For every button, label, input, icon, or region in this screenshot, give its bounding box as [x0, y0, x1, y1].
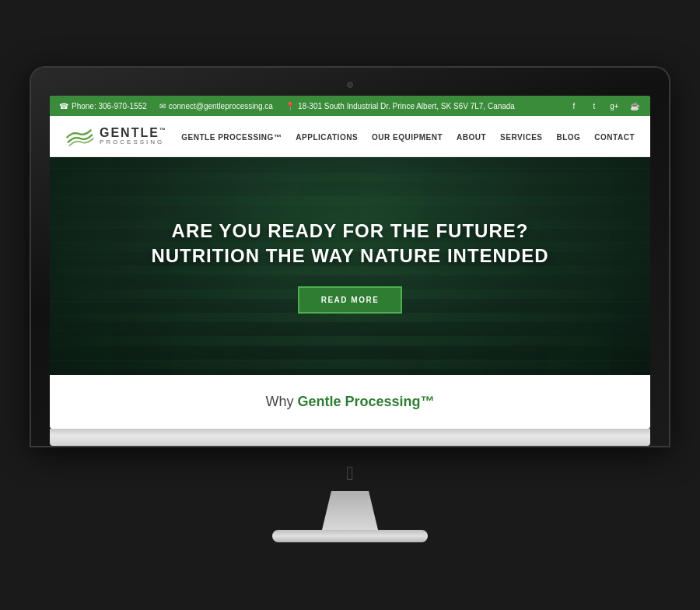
imac-chin: [50, 429, 650, 446]
imac-monitor: ☎ Phone: 306-970-1552 ✉ connect@gentlepr…: [31, 68, 669, 542]
logo: GENTLE™ PROCESSING: [65, 125, 167, 147]
logo-waves-icon: [65, 125, 95, 147]
nav-item-services[interactable]: SERVICES: [500, 129, 542, 143]
hero-line2: NUTRITION THE WAY NATURE INTENDED: [151, 244, 548, 268]
logo-sub: PROCESSING: [100, 139, 167, 145]
address-text: 18-301 South Industrial Dr. Prince Alber…: [298, 102, 515, 110]
read-more-button[interactable]: READ MORE: [298, 286, 403, 314]
screen-bezel: ☎ Phone: 306-970-1552 ✉ connect@gentlepr…: [31, 68, 669, 446]
nav-item-equipment[interactable]: OUR EQUIPMENT: [372, 129, 443, 143]
hero-section: ARE YOU READY FOR THE FUTURE? NUTRITION …: [50, 157, 650, 375]
topbar-left: ☎ Phone: 306-970-1552 ✉ connect@gentlepr…: [59, 102, 515, 110]
apple-logo-icon: : [338, 461, 362, 485]
why-section: Why Gentle Processing™: [50, 375, 650, 429]
instagram-icon[interactable]: ☕: [628, 100, 641, 112]
nav-item-applications[interactable]: APPLICATIONS: [296, 129, 358, 143]
hero-content: ARE YOU READY FOR THE FUTURE? NUTRITION …: [151, 219, 548, 313]
email-icon: ✉: [159, 102, 166, 110]
nav-item-about[interactable]: ABOUT: [457, 129, 486, 143]
twitter-icon[interactable]: t: [588, 100, 600, 112]
topbar-phone: ☎ Phone: 306-970-1552: [59, 102, 147, 110]
camera: [347, 82, 353, 88]
topbar-social: f t g+ ☕: [568, 100, 641, 112]
topbar: ☎ Phone: 306-970-1552 ✉ connect@gentlepr…: [50, 96, 650, 116]
topbar-address: 📍 18-301 South Industrial Dr. Prince Alb…: [285, 102, 515, 110]
phone-icon: ☎: [59, 102, 68, 110]
facebook-icon[interactable]: f: [568, 100, 580, 112]
logo-text: GENTLE™ PROCESSING: [100, 127, 167, 145]
phone-text: Phone: 306-970-1552: [72, 102, 147, 110]
hero-line1: ARE YOU READY FOR THE FUTURE?: [151, 219, 548, 243]
imac-stand-base: [272, 530, 428, 542]
logo-brand: GENTLE™: [100, 127, 167, 139]
why-brand-green: Gentle Processing™: [297, 394, 434, 409]
location-icon: 📍: [285, 102, 295, 110]
hero-title: ARE YOU READY FOR THE FUTURE? NUTRITION …: [151, 219, 548, 267]
topbar-email: ✉ connect@gentleprocessing.ca: [159, 102, 273, 110]
nav-item-processing[interactable]: GENTLE PROCESSING™: [181, 129, 282, 143]
nav-links: GENTLE PROCESSING™ APPLICATIONS OUR EQUI…: [181, 129, 635, 143]
email-text: connect@gentleprocessing.ca: [169, 102, 273, 110]
imac-stand-neck: [303, 491, 397, 530]
nav-item-contact[interactable]: CONTACT: [594, 129, 635, 143]
screen: ☎ Phone: 306-970-1552 ✉ connect@gentlepr…: [50, 96, 650, 429]
nav-item-blog[interactable]: BLOG: [556, 129, 580, 143]
navbar: GENTLE™ PROCESSING GENTLE PROCESSING™ AP…: [50, 116, 650, 157]
googleplus-icon[interactable]: g+: [608, 100, 621, 112]
